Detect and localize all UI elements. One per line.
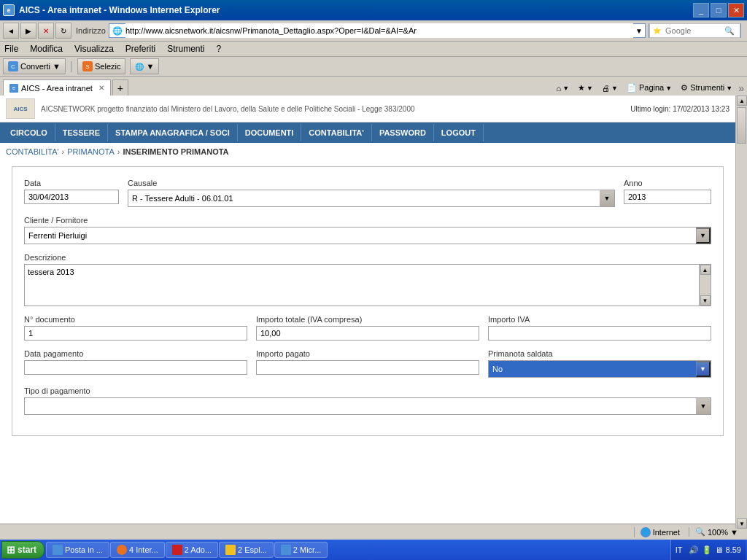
close-button[interactable]: ✕ [728,3,744,18]
form-group-tipo-pagamento: Tipo di pagamento ▼ [24,386,711,415]
menu-strumenti[interactable]: Strumenti [166,43,206,55]
primanota-saldata-label: Primanota saldata [488,349,711,358]
nav-circolo[interactable]: CIRCOLO [3,124,55,141]
title-bar-icon: e [3,4,15,16]
form-group-ndocumento: N° documento [24,315,247,341]
nav-toolbar: ◄ ▶ ✕ ↻ Indirizzo 🌐 ▼ ⭐ 🔍 [0,20,747,41]
refresh-button[interactable]: ↻ [55,23,71,39]
nav-password[interactable]: PASSWORD [372,124,434,141]
menu-modifica[interactable]: Modifica [28,43,64,55]
content-scrollbar[interactable]: ▲ ▼ [735,96,747,529]
tipo-pagamento-dropdown[interactable]: ▼ [696,398,711,414]
desc-scroll-down[interactable]: ▼ [700,295,711,306]
form-group-descrizione: Descrizione tessera 2013 ▲ ▼ [24,253,711,306]
form-group-data: Data [24,179,119,204]
desc-scroll-up[interactable]: ▲ [700,265,711,275]
menu-file[interactable]: File [3,43,20,55]
primanota-saldata-select[interactable]: ▼ [488,360,711,378]
scrollbar-thumb[interactable] [737,107,746,144]
stop-button[interactable]: ✕ [38,23,54,39]
anno-input[interactable] [624,190,711,204]
causale-input[interactable] [128,192,600,205]
minimize-button[interactable]: _ [693,3,709,18]
selezic-button[interactable]: S Selezic [77,58,125,74]
data-pagamento-input[interactable] [24,360,247,375]
tab-title: AICS - Area intranet [21,84,93,93]
zoom-icon: 🔍 [695,527,705,529]
tools-button[interactable]: ⚙ Strumenti ▼ [678,82,735,94]
print-button[interactable]: 🖨 ▼ [599,82,621,94]
descrizione-scrollbar[interactable]: ▲ ▼ [699,265,711,306]
search-input[interactable] [662,24,721,37]
data-input[interactable] [24,190,119,204]
nav-logout[interactable]: LOGOUT [434,124,484,141]
breadcrumb-sep-1: › [62,147,65,156]
form-row-2: Cliente / Fornitore ▼ [24,216,711,244]
breadcrumb-sep-2: › [117,147,120,156]
home-button[interactable]: ⌂ ▼ [553,82,572,94]
primanota-saldata-input[interactable] [489,362,696,376]
tab-favicon: e [9,84,18,93]
page-button[interactable]: 📄 Pagina ▼ [624,82,675,94]
address-dropdown-button[interactable]: ▼ [633,24,645,37]
tipo-pagamento-select[interactable]: ▼ [24,397,711,415]
importo-iva-label: Importo IVA [488,315,711,324]
causale-select[interactable]: ▼ [128,190,615,207]
form-row-4: N° documento Importo totale (IVA compres… [24,315,711,341]
nav-tessere[interactable]: TESSERE [55,124,108,141]
address-bar-area: ◄ ▶ ✕ ↻ Indirizzo 🌐 ▼ ⭐ 🔍 [0,20,747,42]
converti-icon: C [8,61,18,71]
zoom-label: 100% [708,528,728,529]
links-toolbar: C Converti ▼ | S Selezic 🌐 ▼ [0,57,747,77]
cliente-dropdown-button[interactable]: ▼ [696,228,711,244]
nav-documenti[interactable]: DOCUMENTI [238,124,302,141]
n-documento-input[interactable] [24,326,247,341]
address-label: Indirizzo [76,26,106,35]
back-button[interactable]: ◄ [3,23,19,39]
content-area: ▲ ▼ AICS AICSNETWORK progetto finanziato… [0,96,747,529]
tab-close-button[interactable]: ✕ [98,84,104,92]
cliente-input[interactable] [25,229,696,242]
cliente-select[interactable]: ▼ [24,227,711,244]
links-extra-dropdown: ▼ [146,62,154,71]
breadcrumb-primanota: PRIMANOTA [67,147,115,156]
form-row-6: Tipo di pagamento ▼ [24,386,711,415]
favorites-button[interactable]: ★ ▼ [575,82,596,94]
search-box: ⭐ 🔍 [649,23,741,38]
importo-pagato-label: Importo pagato [256,349,479,358]
restore-button[interactable]: □ [711,3,727,18]
descrizione-textarea[interactable]: tessera 2013 [25,265,699,306]
tipo-pagamento-label: Tipo di pagamento [24,386,711,395]
importo-pagato-input[interactable] [256,360,479,375]
status-bar: 🌐 Internet 🔍 100% ▼ [0,524,747,529]
importo-totale-input[interactable] [256,326,479,341]
menu-preferiti[interactable]: Preferiti [124,43,157,55]
forward-button[interactable]: ▶ [20,23,36,39]
form-group-cliente: Cliente / Fornitore ▼ [24,216,711,244]
address-input[interactable] [125,23,633,38]
links-extra-button[interactable]: 🌐 ▼ [130,58,159,74]
toolbar-extra-icon: » [738,82,744,94]
importo-iva-input[interactable] [488,326,711,341]
nav-stampa-anagrafica[interactable]: STAMPA ANAGRAFICA / SOCI [108,124,238,141]
converti-button[interactable]: C Converti ▼ [3,58,66,74]
tab-bar: e AICS - Area intranet ✕ + ⌂ ▼ ★ ▼ 🖨 ▼ 📄… [0,77,747,96]
menu-visualizza[interactable]: Visualizza [73,43,115,55]
info-bar: AICS AICSNETWORK progetto finanziato dal… [0,96,735,122]
browser-tab[interactable]: e AICS - Area intranet ✕ [3,79,111,96]
data-pagamento-label: Data pagamento [24,349,247,358]
new-tab-button[interactable]: + [112,79,128,96]
info-bar-description: AICSNETWORK progetto finanziato dal Mini… [41,105,624,113]
causale-dropdown-button[interactable]: ▼ [600,190,614,206]
menu-help[interactable]: ? [215,43,223,55]
nav-contabilita[interactable]: CONTABILITA' [301,124,372,141]
links-extra-icon: 🌐 [135,63,144,71]
scrollbar-down-arrow[interactable]: ▼ [737,518,747,529]
breadcrumb-inserimento: INSERIMENTO PRIMANOTA [123,147,229,156]
globe-icon: 🌐 [640,527,651,529]
search-button[interactable]: 🔍 [722,24,737,37]
form-group-importo-totale: Importo totale (IVA compresa) [256,315,479,341]
primanota-saldata-dropdown[interactable]: ▼ [696,361,711,377]
tipo-pagamento-input[interactable] [25,400,696,413]
scrollbar-up-arrow[interactable]: ▲ [737,96,747,106]
